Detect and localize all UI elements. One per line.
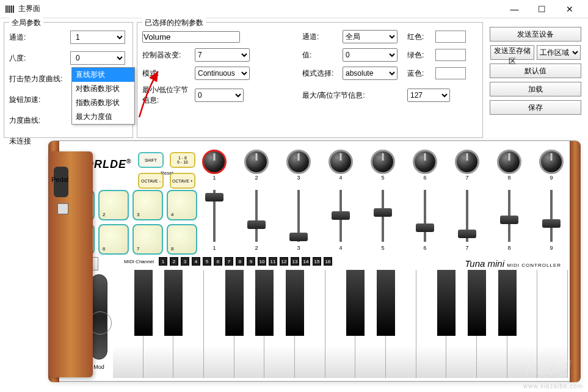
slider-3[interactable]: 3 [286,190,311,248]
knob-6[interactable]: 6 [413,150,437,174]
knob-1[interactable]: 1 [202,150,227,174]
pad-8[interactable]: 8 [167,224,197,255]
black-key-11[interactable] [437,270,456,336]
dropdown-item-exp[interactable]: 指数函数形状 [72,96,134,110]
pad-curve-label: 打击垫力度曲线: [9,74,70,84]
octave-select[interactable]: 0 [70,51,125,65]
dropdown-item-linear[interactable]: 直线形状 [72,68,134,82]
black-key-12[interactable] [468,270,486,336]
knob-3[interactable]: 3 [286,150,311,174]
high-select[interactable]: 127 [407,89,450,102]
midi-controller-device: WORLDE® SHIFT 1 - 8 9 - 16 Reset OCTAVE … [49,140,580,382]
black-key-1[interactable] [134,270,153,336]
pad-4[interactable]: 4 [167,190,197,220]
pad-2[interactable]: 2 [98,190,129,220]
midi-ch-15[interactable]: 15 [313,257,321,266]
cc-select[interactable]: 7 [195,48,250,62]
midi-ch-1[interactable]: 1 [159,257,167,266]
octave-plus-button[interactable]: OCTAVE + [170,173,195,189]
midi-ch-4[interactable]: 4 [192,257,200,266]
midi-channel-label: MIDI Channel [124,259,154,264]
green-label: 绿色: [407,50,432,60]
black-key-4[interactable] [225,270,244,336]
param-name-input[interactable] [142,31,240,43]
range-button[interactable]: 1 - 8 9 - 16 [170,152,195,168]
midi-ch-12[interactable]: 12 [280,257,288,266]
knob-4[interactable]: 4 [328,150,353,174]
low-select[interactable]: 0 [195,89,244,102]
midi-ch-11[interactable]: 11 [269,257,277,266]
midi-ch-7[interactable]: 7 [225,257,233,266]
knob-2[interactable]: 2 [244,150,269,174]
piano-keys [113,270,568,378]
midi-ch-2[interactable]: 2 [170,257,178,266]
pad-3[interactable]: 3 [132,190,163,220]
green-color-picker[interactable] [435,49,466,61]
knob-9[interactable]: 9 [539,150,564,174]
dropdown-item-log[interactable]: 对数函数形状 [72,82,134,96]
slider-6[interactable]: 6 [413,190,437,248]
shift-button[interactable]: SHIFT [138,152,164,168]
global-panel-title: 全局参数 [9,18,43,28]
watermark-logo: 下载吧 [518,357,570,380]
channel-select[interactable]: 1 [70,31,125,44]
mode-select[interactable]: Continuous [195,67,250,80]
high-label: 最大/高位字节信息: [302,90,404,101]
slider-4[interactable]: 4 [328,190,353,248]
knob-7[interactable]: 7 [455,150,479,174]
slider-1[interactable]: 1 [202,190,227,248]
titlebar: 主界面 — ☐ ✕ [0,0,588,18]
slider-2[interactable]: 2 [244,190,269,248]
default-button[interactable]: 默认值 [490,64,581,78]
device-model-label: Tuna mini MIDI CONTROLLER [465,258,561,269]
black-key-13[interactable] [498,270,517,336]
send-device-button[interactable]: 发送至设备 [490,27,581,42]
midi-ch-9[interactable]: 9 [247,257,255,266]
octave-minus-button[interactable]: OCTAVE - [138,173,164,189]
save-button[interactable]: 保存 [490,100,581,115]
maximize-button[interactable]: ☐ [528,0,556,18]
dropdown-item-max[interactable]: 最大力度值 [72,110,134,124]
vel-curve-label: 力度曲线: [9,115,70,126]
midi-ch-10[interactable]: 10 [258,257,266,266]
knob-5[interactable]: 5 [371,150,395,174]
value-select[interactable]: 0 [343,48,397,62]
slider-7[interactable]: 7 [455,190,479,248]
slider-8[interactable]: 8 [497,190,521,248]
load-button[interactable]: 加载 [490,82,581,96]
cc-label: 控制器改变: [142,50,191,60]
blue-color-picker[interactable] [435,67,466,79]
black-key-5[interactable] [255,270,274,336]
slider-5[interactable]: 5 [371,190,395,248]
send-store-button[interactable]: 发送至存储区 [490,45,534,60]
mod-wheel[interactable]: Mod [90,274,107,360]
mode-sel-select[interactable]: absolute [343,67,397,80]
close-button[interactable]: ✕ [556,0,583,18]
pad-7[interactable]: 7 [132,224,163,255]
midi-ch-6[interactable]: 6 [214,257,222,266]
midi-ch-8[interactable]: 8 [236,257,244,266]
red-color-picker[interactable] [435,31,466,43]
midi-ch-16[interactable]: 16 [324,257,332,266]
store-area-select[interactable]: 工作区域 [537,45,581,60]
pedal-label: Pedal [51,176,68,183]
midi-ch-3[interactable]: 3 [181,257,189,266]
svg-rect-3 [11,5,12,13]
black-key-6[interactable] [286,270,304,336]
curve-dropdown-menu: 直线形状 对数函数形状 指数函数形状 最大力度值 [71,67,135,125]
minimize-button[interactable]: — [501,0,528,18]
slider-9[interactable]: 9 [539,190,564,248]
selected-params-panel: 已选择的控制参数 通道: 全局 红色: 控制器改变: 7 值: 0 绿色: 模式… [137,22,483,138]
wood-panel-right [570,141,581,382]
black-key-9[interactable] [377,270,395,336]
midi-ch-5[interactable]: 5 [203,257,211,266]
black-key-8[interactable] [346,270,365,336]
blue-label: 蓝色: [407,68,432,79]
black-key-2[interactable] [164,270,183,336]
midi-ch-14[interactable]: 14 [302,257,310,266]
knob-8[interactable]: 8 [497,150,521,174]
pad-6[interactable]: 6 [98,224,129,255]
sel-channel-select[interactable]: 全局 [343,30,397,43]
midi-channel-row: MIDI Channel 12345678910111213141516 [124,257,332,266]
midi-ch-13[interactable]: 13 [291,257,299,266]
